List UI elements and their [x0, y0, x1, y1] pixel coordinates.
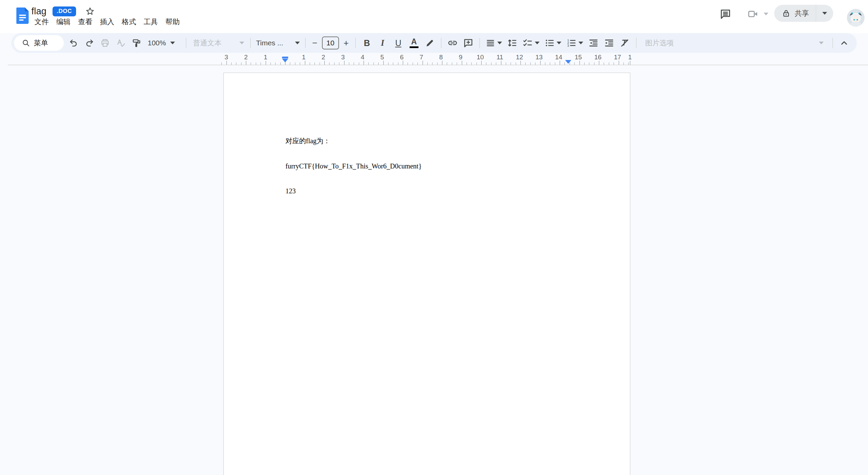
- toolbar: 菜单: [11, 33, 857, 53]
- ruler-number: 6: [400, 54, 404, 61]
- ruler-number: 3: [341, 54, 345, 61]
- ruler-tick: [378, 62, 379, 65]
- hanging-indent-icon[interactable]: [282, 59, 288, 62]
- horizontal-ruler: 32112345678910111213141516171: [0, 53, 868, 65]
- ruler-tick: [251, 62, 251, 65]
- clear-formatting-icon: [620, 38, 630, 48]
- styles-caret-icon: [239, 42, 244, 44]
- underline-button[interactable]: U: [391, 35, 406, 51]
- redo-icon: [85, 38, 94, 48]
- highlight-color-button[interactable]: [422, 35, 438, 51]
- lock-icon: [782, 9, 791, 18]
- align-button[interactable]: [483, 35, 504, 51]
- ruler-tick: [584, 62, 585, 65]
- ruler-tick: [467, 62, 467, 65]
- increase-indent-button[interactable]: [601, 35, 617, 51]
- ruler-tick: [628, 62, 629, 65]
- add-comment-button[interactable]: [460, 35, 476, 51]
- join-call-button[interactable]: [747, 6, 772, 22]
- spellcheck-button[interactable]: [113, 35, 129, 51]
- ruler-tick: [413, 62, 413, 65]
- menu-view[interactable]: 查看: [74, 16, 96, 28]
- ruler-tick: [462, 61, 462, 65]
- open-comment-history-button[interactable]: [718, 6, 733, 22]
- italic-button[interactable]: I: [375, 35, 391, 51]
- toolbar-divider: [833, 38, 833, 48]
- ruler-tick: [555, 62, 555, 65]
- search-menus-label: 菜单: [34, 38, 48, 48]
- ruler-number: 14: [555, 54, 562, 61]
- ruler-tick: [339, 62, 339, 65]
- toolbar-divider: [480, 38, 480, 48]
- menu-insert[interactable]: 插入: [96, 16, 118, 28]
- search-menus-button[interactable]: 菜单: [14, 35, 64, 51]
- ruler-tick: [359, 62, 359, 65]
- docs-logo-icon[interactable]: [16, 8, 29, 24]
- font-family-select[interactable]: Times ...: [254, 35, 302, 51]
- menu-format[interactable]: 格式: [118, 16, 140, 28]
- star-button[interactable]: [85, 6, 95, 16]
- doc-line[interactable]: 123: [285, 187, 422, 195]
- ruler-number: 2: [322, 54, 325, 61]
- call-options-caret-icon[interactable]: [764, 13, 768, 15]
- bulleted-list-button[interactable]: [542, 35, 564, 51]
- first-line-indent-icon[interactable]: [282, 57, 288, 58]
- left-indent-marker[interactable]: [282, 57, 288, 62]
- ruler-number: 5: [380, 54, 384, 61]
- document-page[interactable]: 对应的flag为： furryCTF{How_To_F1x_This_Wor6_…: [223, 73, 630, 475]
- share-options-button[interactable]: [816, 5, 833, 22]
- ruler-tick: [579, 61, 580, 65]
- menu-tools[interactable]: 工具: [140, 16, 162, 28]
- decrease-indent-button[interactable]: [586, 35, 601, 51]
- share-button[interactable]: 共享: [774, 5, 816, 22]
- numbered-list-caret-icon: [578, 42, 583, 44]
- increase-font-size-button[interactable]: +: [340, 36, 352, 50]
- checklist-button[interactable]: [520, 35, 542, 51]
- doc-line[interactable]: 对应的flag为：: [285, 137, 422, 145]
- font-size-input[interactable]: 10: [322, 36, 339, 49]
- share-button-group: 共享: [774, 5, 833, 22]
- clear-formatting-button[interactable]: [617, 35, 633, 51]
- ruler-number: 7: [420, 54, 423, 61]
- paint-roller-icon: [132, 38, 141, 48]
- print-button[interactable]: [97, 35, 113, 51]
- paint-format-button[interactable]: [129, 35, 144, 51]
- right-indent-marker[interactable]: [565, 60, 571, 64]
- insert-link-button[interactable]: [445, 35, 460, 51]
- spellcheck-icon: [116, 38, 126, 48]
- zoom-caret-icon: [170, 42, 175, 44]
- doc-line[interactable]: furryCTF{How_To_F1x_This_Wor6_D0cument}: [285, 162, 422, 170]
- text-color-button[interactable]: A: [406, 35, 422, 51]
- ruler-number: 1: [264, 54, 267, 61]
- ruler-number: 10: [476, 54, 484, 61]
- paragraph-styles-select[interactable]: 普通文本: [190, 35, 247, 51]
- ruler-tick: [270, 62, 271, 65]
- google-docs-app: flag .DOC 文件 编辑 查看 插入 格式 工具 帮助: [0, 0, 868, 475]
- editing-mode-select[interactable]: [813, 35, 829, 51]
- ruler-tick: [393, 62, 393, 65]
- numbered-list-button[interactable]: 1 2 3: [564, 35, 586, 51]
- menu-file[interactable]: 文件: [31, 16, 53, 28]
- line-spacing-button[interactable]: [504, 35, 520, 51]
- redo-button[interactable]: [82, 35, 97, 51]
- ruler-tick: [373, 62, 374, 65]
- document-canvas: 对应的flag为： furryCTF{How_To_F1x_This_Wor6_…: [0, 65, 868, 475]
- ruler-tick: [511, 62, 511, 65]
- undo-button[interactable]: [66, 35, 82, 51]
- chevron-up-icon: [839, 38, 849, 48]
- ruler-tick: [501, 61, 501, 65]
- menu-help[interactable]: 帮助: [162, 16, 183, 28]
- align-caret-icon: [497, 42, 502, 44]
- hide-menus-button[interactable]: [836, 35, 852, 51]
- document-title[interactable]: flag: [31, 6, 46, 17]
- checklist-icon: [523, 38, 533, 48]
- toolbar-divider: [355, 38, 356, 48]
- zoom-select[interactable]: 100%: [144, 35, 182, 51]
- bold-button[interactable]: B: [359, 35, 375, 51]
- menu-edit[interactable]: 编辑: [53, 16, 74, 28]
- decrease-font-size-button[interactable]: −: [309, 36, 321, 50]
- ruler-tick: [320, 62, 320, 65]
- zoom-value: 100%: [148, 39, 166, 47]
- avatar[interactable]: [847, 9, 865, 27]
- toolbar-divider: [305, 38, 306, 48]
